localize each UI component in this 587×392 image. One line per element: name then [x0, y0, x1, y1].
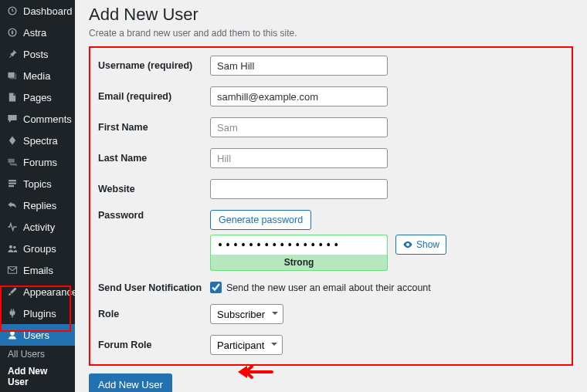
email-icon [6, 264, 19, 276]
sidebar-item-astra[interactable]: Astra [0, 22, 75, 43]
notify-checkbox-row[interactable]: Send the new user an email about their a… [210, 282, 564, 293]
generate-password-button[interactable]: Generate password [210, 210, 311, 230]
sidebar-sub-all-users[interactable]: All Users [0, 346, 75, 363]
password-input[interactable] [210, 235, 388, 255]
sidebar-item-spectra[interactable]: Spectra [0, 130, 75, 151]
email-label: Email (required) [98, 91, 210, 102]
pin-icon [6, 48, 19, 60]
show-label: Show [416, 239, 439, 250]
replies-icon [6, 199, 19, 211]
sidebar-item-media[interactable]: Media [0, 65, 75, 86]
svg-point-2 [13, 246, 16, 249]
sidebar-label: Spectra [23, 135, 58, 147]
website-label: Website [98, 184, 210, 194]
page-description: Create a brand new user and add them to … [89, 28, 573, 39]
user-icon [6, 329, 19, 341]
submenu-label: Add New User [8, 366, 69, 387]
astra-icon [6, 26, 19, 39]
comment-icon [6, 113, 19, 125]
username-input[interactable] [210, 56, 388, 76]
sidebar-item-comments[interactable]: Comments [0, 108, 75, 130]
show-password-button[interactable]: Show [395, 235, 446, 255]
sidebar-item-dashboard[interactable]: Dashboard [0, 0, 75, 22]
forum-role-label: Forum Role [98, 340, 210, 350]
notify-checkbox[interactable] [210, 282, 222, 293]
svg-point-1 [9, 245, 12, 248]
spectra-icon [6, 134, 19, 147]
sidebar-label: Posts [23, 49, 49, 60]
sidebar-item-pages[interactable]: Pages [0, 86, 75, 108]
svg-point-3 [10, 331, 15, 336]
role-label: Role [98, 309, 210, 319]
firstname-input[interactable] [210, 117, 388, 137]
sidebar-label: Pages [23, 92, 52, 103]
sidebar-item-groups[interactable]: Groups [0, 238, 75, 259]
sidebar-label: Media [23, 70, 50, 82]
main-content: Add New User Create a brand new user and… [75, 0, 587, 392]
sidebar-sub-add-new-user[interactable]: Add New User [0, 363, 75, 390]
sidebar-label: Replies [23, 200, 56, 211]
sidebar-label: Comments [23, 113, 72, 125]
activity-icon [6, 221, 19, 233]
sidebar-label: Topics [23, 178, 52, 190]
page-title: Add New User [89, 5, 573, 25]
annotation-highlight-form: Username (required) Email (required) Fir… [89, 46, 573, 366]
sidebar-item-plugins[interactable]: Plugins [0, 302, 75, 324]
firstname-label: First Name [98, 122, 210, 133]
annotation-arrow-icon [235, 363, 273, 381]
website-input[interactable] [210, 179, 388, 199]
sidebar-label: Users [23, 329, 49, 341]
notify-label: Send User Notification [98, 282, 210, 293]
submenu-label: All Users [8, 349, 45, 360]
sidebar-label: Astra [23, 27, 46, 39]
password-label: Password [98, 210, 210, 221]
sidebar-item-appearance[interactable]: Appearance [0, 281, 75, 302]
sidebar-label: Plugins [23, 308, 56, 319]
plugin-icon [6, 307, 19, 319]
notify-checkbox-label: Send the new user an email about their a… [226, 282, 431, 293]
topics-icon [6, 177, 19, 190]
forums-icon [6, 156, 19, 168]
sidebar-label: Appearance [23, 286, 75, 298]
dashboard-icon [6, 5, 19, 17]
page-icon [6, 91, 19, 103]
sidebar-item-posts[interactable]: Posts [0, 43, 75, 65]
role-select[interactable]: Subscriber [210, 304, 283, 324]
sidebar-item-activity[interactable]: Activity [0, 216, 75, 238]
groups-icon [6, 242, 19, 255]
media-icon [6, 69, 19, 82]
sidebar-label: Forums [23, 157, 57, 168]
sidebar-item-forums[interactable]: Forums [0, 151, 75, 173]
sidebar-item-users[interactable]: Users [0, 324, 75, 346]
sidebar-label: Dashboard [23, 5, 73, 17]
eye-icon [402, 239, 413, 250]
sidebar-item-emails[interactable]: Emails [0, 259, 75, 281]
sidebar-label: Groups [23, 243, 56, 255]
forum-role-select[interactable]: Participant [210, 335, 283, 355]
add-new-user-button[interactable]: Add New User [89, 373, 172, 392]
admin-sidebar: Dashboard Astra Posts Media Pages Commen… [0, 0, 75, 392]
sidebar-label: Emails [23, 265, 53, 276]
sidebar-item-topics[interactable]: Topics [0, 173, 75, 194]
username-label: Username (required) [98, 60, 210, 71]
sidebar-item-replies[interactable]: Replies [0, 194, 75, 216]
lastname-label: Last Name [98, 153, 210, 164]
sidebar-label: Activity [23, 221, 55, 233]
email-input[interactable] [210, 86, 388, 106]
password-strength: Strong [210, 255, 388, 271]
lastname-input[interactable] [210, 148, 388, 168]
brush-icon [6, 286, 19, 298]
